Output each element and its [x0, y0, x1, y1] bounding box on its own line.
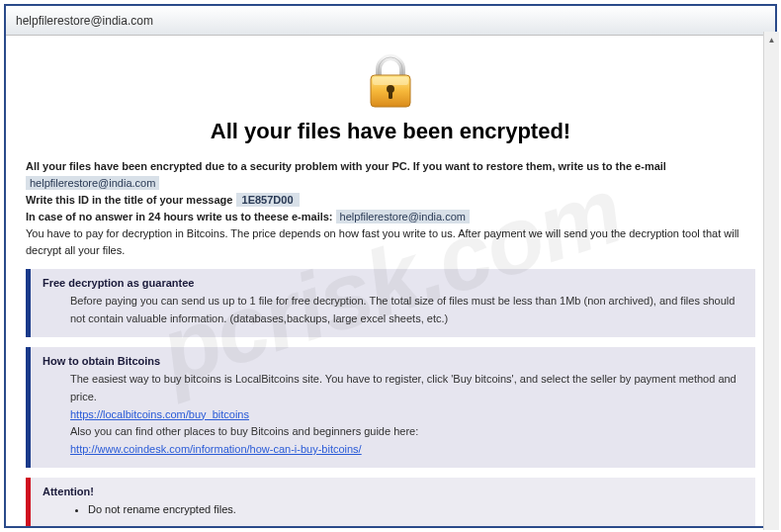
vertical-scrollbar[interactable]: ▲: [763, 32, 779, 530]
intro-line4: You have to pay for decryption in Bitcoi…: [26, 227, 739, 256]
svg-rect-1: [373, 77, 408, 85]
attention-list: Do not rename encrypted files. Do not tr…: [70, 501, 743, 526]
intro-line3: In case of no answer in 24 hours write u…: [26, 211, 336, 222]
lock-icon-wrap: [26, 45, 755, 113]
guarantee-title: Free decryption as guarantee: [43, 277, 743, 289]
page-title: All your files have been encrypted!: [26, 119, 755, 144]
intro-block: All your files have been encrypted due t…: [26, 158, 755, 259]
list-item: Do not rename encrypted files.: [88, 501, 743, 519]
intro-line1: All your files have been encrypted due t…: [26, 160, 666, 172]
titlebar: helpfilerestore@india.com: [6, 6, 775, 36]
bitcoins-link-1[interactable]: https://localbitcoins.com/buy_bitcoins: [70, 408, 249, 420]
svg-rect-3: [389, 91, 392, 99]
attention-title: Attention!: [43, 486, 743, 497]
guarantee-body: Before paying you can send us up to 1 fi…: [43, 293, 743, 327]
bitcoins-body: The easiest way to buy bitcoins is Local…: [43, 371, 743, 458]
titlebar-email: helpfilerestore@india.com: [16, 14, 153, 28]
bitcoins-link-2[interactable]: http://www.coindesk.com/information/how-…: [70, 443, 362, 455]
guarantee-panel: Free decryption as guarantee Before payi…: [26, 269, 755, 337]
ransom-window: helpfilerestore@india.com pcrisk.com: [4, 4, 777, 528]
scroll-up-icon[interactable]: ▲: [764, 32, 779, 47]
attention-panel: Attention! Do not rename encrypted files…: [26, 478, 755, 526]
intro-line2: Write this ID in the title of your messa…: [26, 194, 236, 206]
message-id: 1E857D00: [236, 193, 300, 207]
bitcoins-line1: The easiest way to buy bitcoins is Local…: [70, 373, 737, 402]
bitcoins-title: How to obtain Bitcoins: [43, 355, 743, 367]
contact-email-2: helpfilerestore@india.com: [336, 210, 470, 223]
lock-icon: [365, 53, 416, 109]
bitcoins-panel: How to obtain Bitcoins The easiest way t…: [26, 347, 755, 468]
list-item: Do not try to decrypt your data using th…: [88, 522, 743, 526]
bitcoins-line2: Also you can find other places to buy Bi…: [70, 425, 418, 437]
contact-email-1: helpfilerestore@india.com: [26, 176, 159, 190]
content-area: pcrisk.com: [6, 36, 775, 526]
